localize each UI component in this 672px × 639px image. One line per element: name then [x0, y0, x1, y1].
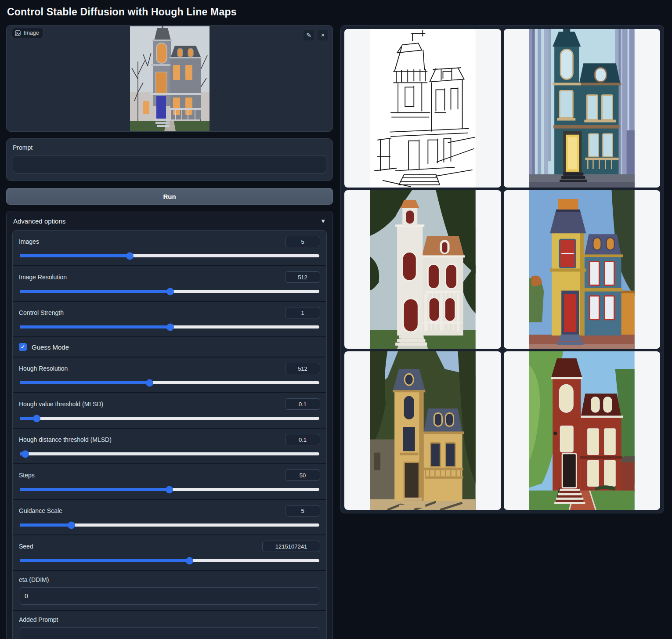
advanced-options-form: Images Image Resolution	[12, 230, 327, 639]
prompt-block: Prompt	[6, 138, 333, 181]
slider-row-control-strength: Control Strength	[13, 301, 326, 336]
eta-input[interactable]	[19, 587, 320, 605]
prompt-input[interactable]	[13, 155, 326, 173]
gallery-item-2[interactable]	[504, 29, 661, 188]
gallery-item-5[interactable]	[344, 351, 501, 510]
slider-row-guidance-scale: Guidance Scale	[13, 499, 326, 534]
gallery-item-1[interactable]	[344, 29, 501, 188]
slider-handle[interactable]	[166, 288, 174, 295]
slider-label: Hough value threshold (MLSD)	[19, 401, 103, 408]
hough-resolution-slider[interactable]	[20, 381, 319, 384]
slider-row-hough-distance-threshold: Hough distance threshold (MLSD)	[13, 428, 326, 463]
image-toolbar: ✎ ×	[303, 30, 328, 40]
slider-handle[interactable]	[146, 379, 153, 386]
control-strength-slider[interactable]	[20, 325, 319, 329]
slider-row-hough-resolution: Hough Resolution	[13, 357, 326, 392]
close-icon: ×	[321, 32, 325, 39]
gallery-item-3[interactable]	[344, 190, 501, 349]
main-layout: Image ✎ ×	[6, 25, 664, 639]
slider-handle[interactable]	[68, 521, 75, 529]
triangle-down-icon: ▼	[320, 218, 326, 224]
slider-label: Hough distance threshold (MLSD)	[19, 436, 112, 443]
gallery-item-6[interactable]	[504, 351, 661, 510]
hough-distance-threshold-input[interactable]	[285, 434, 320, 445]
steps-value-input[interactable]	[285, 469, 320, 481]
seed-slider[interactable]	[20, 559, 319, 562]
slider-handle[interactable]	[166, 486, 173, 493]
prompt-label: Prompt	[13, 144, 326, 151]
app-page: Control Stable Diffusion with Hough Line…	[0, 0, 672, 639]
guidance-scale-slider[interactable]	[20, 523, 319, 527]
slider-handle[interactable]	[186, 557, 193, 564]
check-icon: ✓	[21, 344, 25, 350]
images-value-input[interactable]	[285, 236, 320, 247]
slider-row-seed: Seed	[13, 534, 326, 570]
steps-slider[interactable]	[20, 488, 319, 491]
advanced-options-label: Advanced options	[13, 217, 65, 225]
guess-mode-label: Guess Mode	[32, 343, 69, 351]
clear-image-button[interactable]: ×	[318, 30, 328, 40]
slider-label: Images	[19, 238, 39, 245]
slider-handle[interactable]	[22, 450, 29, 458]
slider-label: Control Strength	[19, 309, 64, 316]
slider-label: Seed	[19, 543, 33, 550]
results-column	[340, 25, 664, 513]
input-image[interactable]	[130, 26, 210, 131]
edit-image-button[interactable]: ✎	[303, 30, 314, 40]
image-resolution-value-input[interactable]	[285, 271, 320, 283]
pencil-icon: ✎	[306, 32, 311, 39]
generated-image-yellow-house	[529, 190, 635, 349]
added-prompt-input[interactable]	[19, 627, 320, 639]
slider-label: Image Resolution	[19, 274, 67, 281]
guess-mode-checkbox[interactable]: ✓	[19, 343, 27, 351]
hough-resolution-value-input[interactable]	[285, 363, 320, 374]
added-prompt-row: Added Prompt	[13, 610, 326, 639]
images-slider[interactable]	[20, 254, 319, 257]
slider-row-image-resolution: Image Resolution	[13, 265, 326, 301]
run-button[interactable]: Run	[6, 188, 333, 205]
advanced-options-header[interactable]: Advanced options ▼	[12, 217, 327, 230]
slider-row-images: Images	[13, 231, 326, 265]
generated-image-white-house	[370, 190, 476, 349]
generated-image-golden-house	[370, 351, 476, 510]
slider-row-hough-value-threshold: Hough value threshold (MLSD)	[13, 392, 326, 428]
image-label-badge: Image	[11, 28, 44, 38]
gallery-item-4[interactable]	[504, 190, 661, 349]
eta-row: eta (DDIM)	[13, 570, 326, 610]
slider-row-steps: Steps	[13, 463, 326, 499]
guidance-scale-value-input[interactable]	[285, 505, 320, 516]
slider-handle[interactable]	[126, 252, 134, 260]
slider-label: Steps	[19, 472, 35, 479]
control-strength-value-input[interactable]	[285, 307, 320, 318]
hough-distance-threshold-slider[interactable]	[20, 452, 319, 455]
slider-label: Guidance Scale	[19, 507, 62, 514]
controls-column: Image ✎ ×	[6, 25, 333, 639]
hough-line-map-image	[370, 29, 476, 188]
output-gallery	[340, 25, 664, 513]
generated-image-red-house	[529, 351, 635, 510]
generated-image-teal-house	[529, 29, 635, 188]
hough-value-threshold-input[interactable]	[285, 398, 320, 410]
hough-value-threshold-slider[interactable]	[20, 417, 319, 420]
advanced-options-accordion: Advanced options ▼ Images	[6, 211, 333, 639]
added-prompt-label: Added Prompt	[19, 616, 320, 623]
eta-label: eta (DDIM)	[19, 576, 320, 583]
slider-handle[interactable]	[33, 415, 40, 422]
guess-mode-row: ✓ Guess Mode	[13, 336, 326, 357]
image-input-panel[interactable]: Image ✎ ×	[6, 25, 333, 132]
image-resolution-slider[interactable]	[20, 290, 319, 293]
image-label: Image	[24, 30, 39, 36]
image-icon	[15, 30, 21, 36]
slider-label: Hough Resolution	[19, 365, 68, 372]
seed-value-input[interactable]	[262, 541, 320, 552]
slider-handle[interactable]	[166, 323, 174, 331]
page-title: Control Stable Diffusion with Hough Line…	[7, 6, 664, 18]
